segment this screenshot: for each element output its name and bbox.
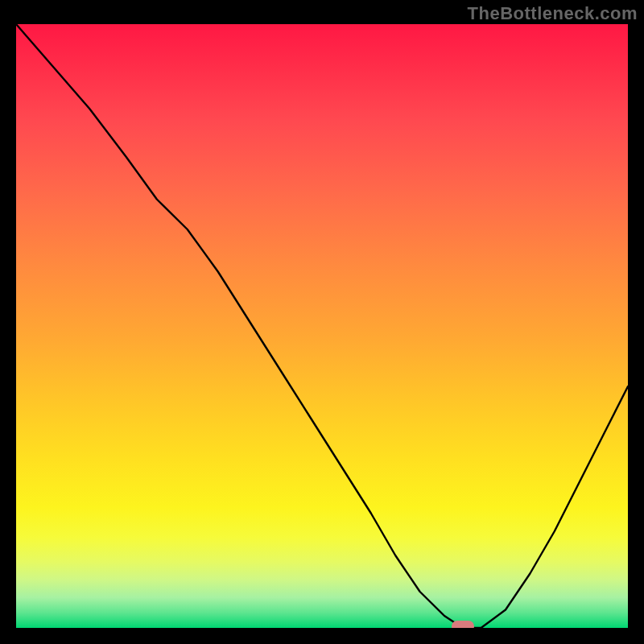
chart-frame: TheBottleneck.com [0,0,644,644]
plot-area [16,24,628,628]
bottleneck-curve [16,24,628,628]
watermark-label: TheBottleneck.com [468,3,638,24]
curve-svg [16,24,628,628]
optimal-marker [452,621,474,628]
